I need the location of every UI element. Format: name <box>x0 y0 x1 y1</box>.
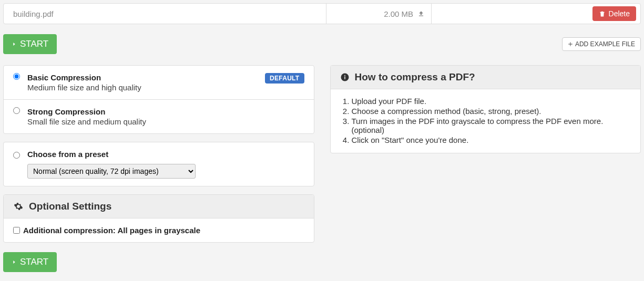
compression-option-strong[interactable]: Strong Compression Small file size and m… <box>4 100 314 133</box>
add-example-label: ADD EXAMPLE FILE <box>575 40 635 48</box>
add-example-button[interactable]: ADD EXAMPLE FILE <box>562 37 641 51</box>
default-badge: DEFAULT <box>265 73 304 84</box>
help-step: Upload your PDF file. <box>352 97 631 106</box>
start-button-top[interactable]: START <box>3 34 57 54</box>
help-step: Click on "Start" once you're done. <box>352 136 631 144</box>
trash-icon <box>599 11 606 17</box>
delete-label: Delete <box>609 9 630 18</box>
help-panel: How to compress a PDF? Upload your PDF f… <box>330 65 641 153</box>
grayscale-row[interactable]: Additional compression: All pages in gra… <box>13 226 304 235</box>
compression-basic-strong-panel: Basic Compression Medium file size and h… <box>3 65 314 134</box>
plus-icon <box>568 41 573 47</box>
upload-icon <box>417 10 425 17</box>
compression-option-basic[interactable]: Basic Compression Medium file size and h… <box>4 66 314 100</box>
svg-point-2 <box>344 75 345 76</box>
strong-title: Strong Compression <box>27 107 304 116</box>
file-actions: Delete <box>432 6 640 21</box>
action-bar-top: START ADD EXAMPLE FILE <box>3 34 641 54</box>
basic-title: Basic Compression <box>27 73 258 82</box>
optional-header: Optional Settings <box>4 195 314 218</box>
optional-settings-panel: Optional Settings Additional compression… <box>3 194 314 243</box>
help-header: How to compress a PDF? <box>331 66 641 89</box>
info-icon <box>340 72 350 82</box>
basic-subtitle: Medium file size and high quality <box>27 83 258 92</box>
chevron-right-icon <box>12 258 17 266</box>
basic-radio[interactable] <box>13 73 20 80</box>
preset-select[interactable]: Normal (screen quality, 72 dpi images) <box>27 164 196 179</box>
optional-header-text: Optional Settings <box>29 201 111 212</box>
chevron-right-icon <box>12 40 17 48</box>
compression-preset-panel: Choose from a preset Normal (screen qual… <box>3 142 314 186</box>
help-header-text: How to compress a PDF? <box>355 71 475 83</box>
grayscale-label: Additional compression: All pages in gra… <box>23 226 200 235</box>
start-button-bottom[interactable]: START <box>3 252 57 272</box>
preset-title: Choose from a preset <box>27 150 304 159</box>
delete-button[interactable]: Delete <box>592 6 636 21</box>
help-steps: Upload your PDF file. Choose a compressi… <box>340 97 631 144</box>
strong-radio[interactable] <box>13 107 20 114</box>
start-label: START <box>20 39 48 49</box>
preset-radio[interactable] <box>13 152 20 159</box>
strong-subtitle: Small file size and medium quality <box>27 117 304 126</box>
file-name: building.pdf <box>4 4 326 24</box>
start-label-bottom: START <box>20 257 48 267</box>
file-size-cell: 2.00 MB <box>326 4 432 24</box>
svg-rect-1 <box>344 77 345 79</box>
grayscale-checkbox[interactable] <box>13 227 20 234</box>
help-step: Choose a compression method (basic, stro… <box>352 107 631 116</box>
help-step: Turn images in the PDF into grayscale to… <box>352 117 631 134</box>
file-row: building.pdf 2.00 MB Delete <box>3 3 641 24</box>
file-size: 2.00 MB <box>384 9 413 18</box>
gears-icon <box>13 202 24 211</box>
compression-option-preset[interactable]: Choose from a preset Normal (screen qual… <box>4 142 314 186</box>
